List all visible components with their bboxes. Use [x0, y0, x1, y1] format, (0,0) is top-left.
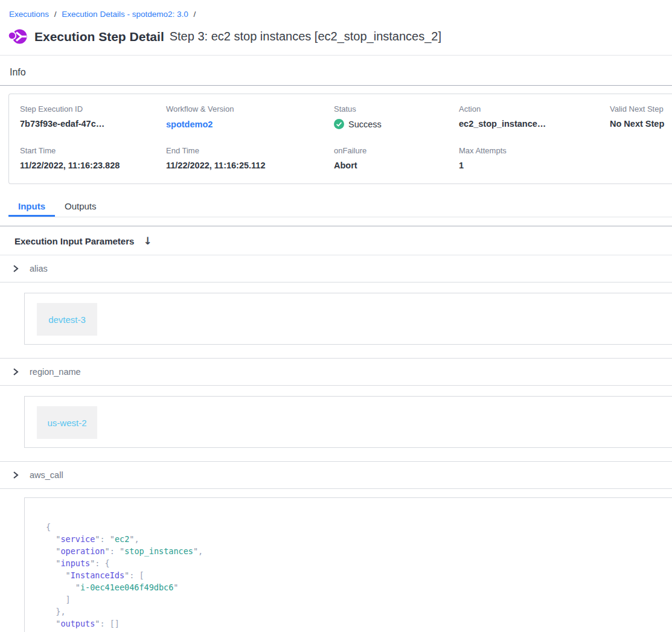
- workflow-link[interactable]: spotdemo2: [166, 120, 213, 129]
- breadcrumb-link-executions[interactable]: Executions: [9, 10, 49, 19]
- chevron-right-icon: [12, 265, 19, 272]
- chevron-right-icon: [12, 471, 19, 479]
- section-label: aws_call: [30, 470, 63, 480]
- breadcrumb-separator: /: [193, 10, 196, 19]
- field-value: ec2_stop_instance…: [459, 119, 610, 129]
- section-toggle-alias[interactable]: alias: [0, 255, 672, 282]
- field-label: Start Time: [20, 146, 166, 155]
- section-toggle-region-name[interactable]: region_name: [0, 358, 672, 386]
- alias-value: devtest-3: [48, 314, 86, 325]
- field-max-attempts: Max Attempts 1: [459, 146, 610, 170]
- region-name-value-panel: us-west-2: [24, 396, 672, 448]
- execution-input-parameters-header: Execution Input Parameters ↓: [14, 235, 672, 247]
- section-label: alias: [30, 264, 48, 273]
- field-label: Status: [334, 104, 459, 113]
- field-value: No Next Step: [610, 119, 672, 129]
- field-label: Workflow & Version: [166, 104, 334, 113]
- tab-inputs[interactable]: Inputs: [8, 198, 55, 217]
- download-icon[interactable]: ↓: [143, 235, 152, 247]
- aws-call-code-panel: { "service": "ec2", "operation": "stop_i…: [24, 497, 672, 632]
- info-card: Step Execution ID 7b73f93e-edaf-47c… Wor…: [8, 94, 672, 184]
- region-name-value-chip: us-west-2: [37, 406, 97, 439]
- workflow-logo-icon: [8, 28, 27, 45]
- chevron-right-icon: [12, 368, 19, 375]
- section-toggle-aws-call[interactable]: aws_call: [0, 461, 672, 489]
- field-end-time: End Time 11/22/2022, 11:16:25.112: [166, 146, 334, 170]
- breadcrumb-separator: /: [54, 10, 57, 19]
- field-status: Status Success: [334, 104, 459, 130]
- field-label: Valid Next Step: [610, 104, 672, 113]
- page-title: Execution Step Detail: [34, 30, 164, 44]
- field-action: Action ec2_stop_instance…: [459, 104, 610, 130]
- field-step-execution-id: Step Execution ID 7b73f93e-edaf-47c…: [20, 104, 166, 130]
- field-valid-next-step: Valid Next Step No Next Step: [610, 104, 672, 130]
- tab-bar: Inputs Outputs: [8, 198, 672, 217]
- field-value: 1: [459, 161, 610, 170]
- field-value: Abort: [334, 161, 459, 170]
- aws-call-code: { "service": "ec2", "operation": "stop_i…: [46, 521, 672, 632]
- field-label: onFailure: [334, 146, 459, 155]
- alias-value-panel: devtest-3: [24, 293, 672, 345]
- field-value: 11/22/2022, 11:16:23.828: [20, 161, 166, 170]
- status-badge: Success: [334, 119, 459, 129]
- tab-outputs[interactable]: Outputs: [55, 198, 106, 217]
- divider: [0, 85, 672, 86]
- title-row: Execution Step Detail Step 3: ec2 stop i…: [8, 28, 672, 45]
- success-check-icon: [334, 119, 344, 129]
- alias-value-chip: devtest-3: [37, 303, 97, 336]
- breadcrumb: Executions / Execution Details - spotdem…: [0, 0, 672, 19]
- section-label: region_name: [30, 367, 81, 377]
- field-onfailure: onFailure Abort: [334, 146, 459, 170]
- divider: [0, 226, 672, 226]
- execution-step-detail-page: Executions / Execution Details - spotdem…: [0, 0, 672, 632]
- status-text: Success: [348, 120, 382, 129]
- execution-input-parameters-title: Execution Input Parameters: [14, 236, 134, 246]
- field-start-time: Start Time 11/22/2022, 11:16:23.828: [20, 146, 166, 170]
- divider: [0, 55, 672, 56]
- field-label: End Time: [166, 146, 334, 155]
- field-value: 7b73f93e-edaf-47c…: [20, 119, 166, 129]
- breadcrumb-link-execution-details[interactable]: Execution Details - spotdemo2: 3.0: [62, 10, 188, 19]
- field-value: 11/22/2022, 11:16:25.112: [166, 161, 334, 170]
- field-workflow-version: Workflow & Version spotdemo2: [166, 104, 334, 130]
- field-label: Step Execution ID: [20, 104, 166, 113]
- region-name-value: us-west-2: [47, 418, 86, 428]
- field-label: Action: [459, 104, 610, 113]
- field-label: Max Attempts: [459, 146, 610, 155]
- page-subtitle: Step 3: ec2 stop instances [ec2_stop_ins…: [170, 30, 441, 43]
- info-heading: Info: [10, 67, 672, 78]
